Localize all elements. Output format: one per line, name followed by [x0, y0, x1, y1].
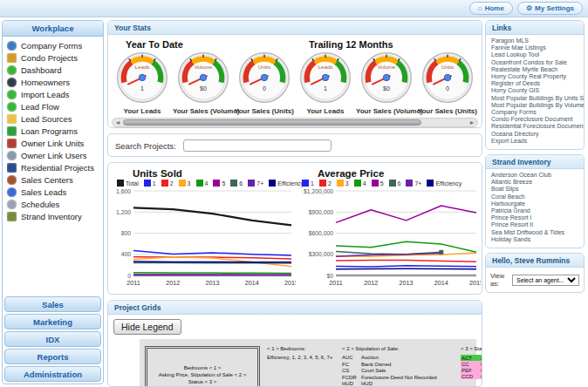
- sidebar-item-lead-flow[interactable]: Lead Flow: [4, 100, 101, 112]
- my-settings-button[interactable]: ⚙ My Settings: [517, 2, 583, 15]
- building-icon: [7, 53, 17, 63]
- status-row: CCD Contingent Contract/Other: [461, 373, 482, 379]
- legend-item: 7+: [406, 180, 421, 187]
- scrollbar-track[interactable]: [121, 119, 468, 126]
- links-item[interactable]: Horry County GIS: [491, 87, 578, 94]
- inventory-item[interactable]: Holiday Sands: [491, 236, 578, 243]
- person-icon: [7, 151, 17, 160]
- sidebar-item-label: Loan Programs: [21, 126, 78, 136]
- search-projects-input[interactable]: [183, 139, 332, 152]
- units-sold-chart: Units Sold Total 1 2 3: [110, 166, 295, 291]
- stipulation-code: CS: [342, 368, 361, 373]
- links-item[interactable]: Company Forms: [491, 109, 578, 116]
- svg-text:2015: 2015: [469, 279, 481, 287]
- search-projects-label: Search Projects:: [115, 141, 176, 151]
- links-item[interactable]: Realestate Myrtle Beach: [491, 66, 578, 73]
- view-as-select[interactable]: Select an agent...: [512, 275, 579, 286]
- links-item[interactable]: Export Leads: [491, 138, 578, 145]
- links-item[interactable]: Oceana Directory: [491, 131, 578, 138]
- inventory-item[interactable]: Sea Mist Driftwood & Tides: [491, 229, 578, 236]
- stipulation-label: Auction: [361, 355, 379, 360]
- links-item[interactable]: Paragon MLS: [491, 37, 578, 44]
- svg-text:Volume: Volume: [195, 64, 213, 70]
- sidebar-item-residential-projects[interactable]: Residential Projects: [4, 161, 101, 173]
- sidebar-section-idx[interactable]: IDX: [4, 331, 101, 347]
- sidebar-item-schedules[interactable]: Schedules: [4, 198, 101, 210]
- inventory-item[interactable]: Coral Beach: [491, 194, 578, 200]
- svg-text:2013: 2013: [206, 279, 220, 287]
- legend-item: 5: [372, 180, 384, 187]
- sidebar-section-administration[interactable]: Administration: [4, 366, 101, 382]
- links-item[interactable]: Register of Deeds: [491, 80, 578, 87]
- links-item[interactable]: Most Popular Buildings By Units Sold: [491, 95, 578, 102]
- hide-legend-button[interactable]: Hide Legend: [113, 319, 181, 335]
- gauge-caption: Your Sales (Volume): [173, 107, 234, 115]
- legend-label: 3: [345, 180, 349, 187]
- links-item[interactable]: Oceanfront Condos for Sale: [491, 59, 578, 66]
- svg-text:Leads: Leads: [135, 64, 150, 70]
- sidebar-item-import-leads[interactable]: Import Leads: [4, 88, 101, 100]
- sidebar-item-owner-link-users[interactable]: Owner Link Users: [4, 149, 101, 161]
- status-label: Active: [481, 356, 482, 361]
- gauge-caption: Your Sales (Units): [417, 107, 478, 115]
- sidebar-item-dashboard[interactable]: Dashboard: [4, 64, 101, 76]
- links-item[interactable]: Fannie Mae Listings: [491, 44, 578, 51]
- svg-text:2011: 2011: [329, 279, 342, 287]
- sidebar-section-marketing[interactable]: Marketing: [4, 314, 101, 329]
- scrollbar-thumb[interactable]: [123, 119, 421, 126]
- sidebar-item-homeowners[interactable]: Homeowners: [4, 76, 101, 88]
- gauge-dial: Units 0: [420, 51, 475, 105]
- legend-swatch: [302, 180, 309, 187]
- links-item[interactable]: Condo Foreclosure Document: [491, 116, 578, 123]
- sidebar-item-condo-projects[interactable]: Condo Projects: [4, 51, 101, 64]
- sidebar-section-sales[interactable]: Sales: [4, 296, 101, 312]
- links-item[interactable]: Lead Lookup Tool: [491, 51, 578, 58]
- stipulation-row: AUC Auction: [342, 355, 454, 360]
- search-projects-panel: Search Projects:: [107, 133, 482, 157]
- sidebar-section-reports[interactable]: Reports: [4, 349, 101, 364]
- links-item[interactable]: Horry County Real Property: [491, 73, 578, 80]
- dollar-icon: [7, 126, 17, 136]
- gauge-dial: Units 0: [237, 51, 291, 105]
- links-item[interactable]: Residential Foreclosure Document: [491, 123, 578, 130]
- green-orb-icon: [7, 102, 17, 112]
- stats-horizontal-scrollbar[interactable]: ◄ ►: [112, 118, 478, 127]
- inventory-item[interactable]: Harbourgate: [491, 200, 578, 207]
- inventory-item[interactable]: Anderson Ocean Club: [491, 172, 578, 179]
- inventory-item[interactable]: Patricia Grand: [491, 207, 578, 214]
- sidebar-item-sales-centers[interactable]: Sales Centers: [4, 173, 101, 186]
- legend-swatch: [354, 180, 361, 187]
- svg-text:$1,200,000: $1,200,000: [304, 188, 333, 194]
- home-button[interactable]: ⌂ Home: [469, 2, 513, 15]
- project-grids-panel: Project Grids Hide Legend Bedrooms < 1 >…: [107, 300, 482, 387]
- average-price-title: Average Price: [318, 168, 480, 179]
- inventory-item[interactable]: Boat Slips: [491, 186, 578, 193]
- average-price-legend: 1 2 3 4 5 6: [302, 180, 480, 187]
- green-orb-icon: [7, 65, 17, 75]
- sidebar-item-lead-sources[interactable]: Lead Sources: [4, 112, 101, 125]
- year-to-date-title: Year To Date: [112, 37, 295, 51]
- scroll-left-icon[interactable]: ◄: [114, 119, 121, 126]
- inventory-item[interactable]: Prince Resort I: [491, 214, 578, 221]
- green-orb-icon: [7, 90, 17, 99]
- scroll-right-icon[interactable]: ►: [468, 119, 475, 126]
- folder-icon: [7, 114, 17, 124]
- gauge-caption: Your Leads: [112, 107, 173, 115]
- sidebar-item-loan-programs[interactable]: Loan Programs: [4, 125, 101, 137]
- stipulation-row: HUD HUD: [342, 381, 454, 386]
- legend-item: Efficiency: [427, 180, 462, 187]
- sidebar-item-owner-link-units[interactable]: Owner Link Units: [4, 137, 101, 149]
- legend-label: 5: [380, 180, 384, 187]
- inventory-item[interactable]: Atlantic Breeze: [491, 179, 578, 186]
- gauge-dial: Volume $0: [176, 51, 230, 105]
- status-row: PEF Pending Contingent On Financing: [461, 367, 482, 373]
- sidebar-item-strand-inventory[interactable]: Strand Inventory: [4, 210, 101, 222]
- svg-text:Units: Units: [258, 64, 270, 70]
- sidebar-item-sales-leads[interactable]: Sales Leads: [4, 186, 101, 198]
- legend-swatch: [319, 180, 326, 187]
- links-item[interactable]: Most Popular Buildings By Volume Sold: [491, 102, 578, 109]
- inventory-item[interactable]: Prince Resort II: [491, 221, 578, 228]
- legend-swatch: [179, 180, 186, 187]
- globe-form-icon: [7, 41, 17, 51]
- sidebar-item-company-forms[interactable]: Company Forms: [4, 39, 101, 51]
